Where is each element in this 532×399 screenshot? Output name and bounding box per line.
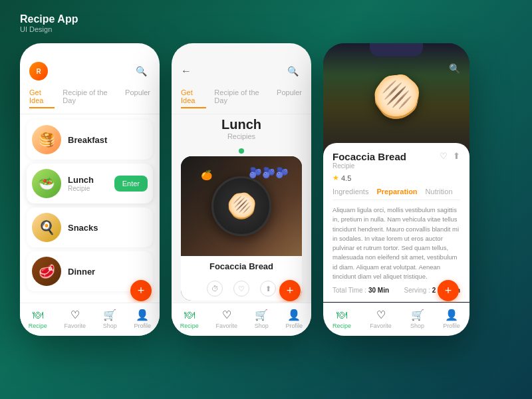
featured-food-image: 🫐🫐🫐 🍊 🫓 bbox=[181, 156, 302, 256]
phone1-bottom-nav: 🍽 Recipe ♡ Favorite 🛒 Shop 👤 Profile bbox=[20, 303, 160, 336]
phone2-nav-tabs: Get Idea Recipie of the Day Populer bbox=[172, 86, 311, 114]
dinner-info: Dinner bbox=[68, 267, 148, 277]
recipe-nav-label: Recipe bbox=[29, 323, 47, 329]
fav2-nav-icon: ♡ bbox=[222, 309, 231, 321]
favorite-nav-icon: ♡ bbox=[70, 309, 80, 321]
recipe-item-lunch[interactable]: 🥗 Lunch Recipie Enter bbox=[27, 164, 153, 203]
nav-shop-1[interactable]: 🛒 Shop bbox=[103, 309, 117, 329]
heart-action-btn[interactable]: ♡ bbox=[233, 281, 249, 297]
search-icon[interactable]: 🔍 bbox=[132, 62, 150, 80]
nav3-profile[interactable]: 👤 Profile bbox=[443, 309, 460, 329]
star-icon: ★ bbox=[332, 174, 339, 182]
nav2-profile[interactable]: 👤 Profile bbox=[286, 309, 303, 329]
nav3-shop[interactable]: 🛒 Shop bbox=[410, 309, 424, 329]
shop2-nav-label: Shop bbox=[255, 323, 269, 329]
recipe-detail-content: Focaccia Bread Recipie ♡ ⬆ ★ 4.5 Ingredi… bbox=[323, 143, 469, 302]
tab-popular[interactable]: Populer bbox=[125, 88, 150, 108]
phone-3: 🫓 🔍 Focaccia Bread Recipie ♡ ⬆ ★ 4.5 bbox=[323, 43, 469, 336]
serving-label: Serving : bbox=[404, 287, 432, 294]
shop-nav-icon: 🛒 bbox=[103, 309, 116, 321]
time-meta: Total Time : 30 Min bbox=[332, 287, 389, 294]
rating-value: 4.5 bbox=[341, 174, 351, 182]
tab2-recipe-day[interactable]: Recipie of the Day bbox=[214, 88, 269, 108]
fav3-nav-icon: ♡ bbox=[376, 309, 386, 321]
user-avatar[interactable]: R bbox=[29, 62, 48, 80]
time-action-btn[interactable]: ⏱ bbox=[207, 281, 223, 297]
section-subheading: Recipies bbox=[181, 132, 302, 140]
recipe-description: Aliquam ligula orci, mollis vestibulum s… bbox=[332, 205, 460, 281]
enter-button[interactable]: Enter bbox=[114, 176, 148, 192]
recipe-detail-sub: Recipie bbox=[332, 162, 406, 170]
tab2-get-idea[interactable]: Get Idea bbox=[181, 88, 206, 108]
time-value: 30 Min bbox=[368, 287, 389, 294]
recipe3-nav-icon: 🍽 bbox=[336, 309, 347, 321]
heart-detail-icon[interactable]: ♡ bbox=[440, 151, 448, 161]
profile-nav-label: Profile bbox=[134, 323, 152, 329]
breakfast-info: Breakfast bbox=[68, 135, 148, 145]
fav2-nav-label: Favorite bbox=[216, 323, 238, 329]
green-dot-indicator bbox=[239, 148, 244, 154]
phone-1: R 🔍 Get Idea Recipie of the Day Populer … bbox=[20, 43, 160, 336]
lunch-thumb: 🥗 bbox=[32, 169, 61, 198]
profile3-nav-label: Profile bbox=[443, 323, 460, 329]
recipe-item-snacks[interactable]: 🍳 Snacks bbox=[27, 207, 153, 247]
recipe-detail-name: Focaccia Bread bbox=[332, 151, 406, 162]
time-label: Total Time : bbox=[332, 287, 368, 294]
back-button[interactable]: ← bbox=[181, 65, 192, 77]
featured-card[interactable]: 🫐🫐🫐 🍊 🫓 Focaccia Bread ⏱ ♡ ⬆ bbox=[181, 156, 302, 301]
snacks-info: Snacks bbox=[68, 223, 148, 233]
search-icon-2[interactable]: 🔍 bbox=[283, 62, 302, 80]
nav-favorite-1[interactable]: ♡ Favorite bbox=[65, 309, 86, 329]
phone2-bottom-nav: 🍽 Recipe ♡ Favorite 🛒 Shop 👤 Profile bbox=[172, 303, 311, 336]
app-name: Recipe App bbox=[20, 13, 78, 25]
nav-profile-1[interactable]: 👤 Profile bbox=[134, 309, 152, 329]
tab2-popular[interactable]: Populer bbox=[277, 88, 302, 108]
fab-button-3[interactable]: + bbox=[438, 280, 459, 301]
food-pan-visual: 🫓 bbox=[211, 176, 271, 236]
share-detail-icon[interactable]: ⬆ bbox=[453, 151, 460, 161]
nav-recipe-1[interactable]: 🍽 Recipe bbox=[29, 309, 47, 329]
recipe-list: 🥞 Breakfast 🥗 Lunch Recipie Enter 🍳 Snac… bbox=[20, 114, 160, 301]
recipe-nav-icon: 🍽 bbox=[33, 309, 43, 321]
fav3-nav-label: Favorite bbox=[370, 323, 392, 329]
shop3-nav-label: Shop bbox=[410, 323, 424, 329]
phone-2: ← 🔍 Get Idea Recipie of the Day Populer … bbox=[172, 43, 311, 336]
share-action-btn[interactable]: ⬆ bbox=[260, 281, 276, 297]
app-title-block: Recipe App UI Design bbox=[20, 13, 78, 33]
recipe2-nav-icon: 🍽 bbox=[184, 309, 195, 321]
dinner-thumb: 🥩 bbox=[32, 257, 61, 286]
shop3-nav-icon: 🛒 bbox=[411, 309, 424, 321]
fab-button-2[interactable]: + bbox=[279, 280, 301, 301]
profile2-nav-label: Profile bbox=[286, 323, 303, 329]
orange-decoration: 🍊 bbox=[201, 170, 212, 180]
lunch-name: Lunch bbox=[68, 175, 108, 185]
nav3-recipe[interactable]: 🍽 Recipe bbox=[332, 309, 351, 329]
recipe-detail-image: 🫓 🔍 bbox=[323, 43, 469, 150]
nav2-shop[interactable]: 🛒 Shop bbox=[255, 309, 269, 329]
favorite-nav-label: Favorite bbox=[65, 323, 86, 329]
featured-card-label: Focaccia Bread bbox=[181, 256, 302, 277]
notch-3 bbox=[370, 43, 423, 57]
notch-2 bbox=[215, 43, 268, 57]
detail-search-icon[interactable]: 🔍 bbox=[449, 63, 460, 74]
phone2-section-title: Lunch Recipies bbox=[172, 114, 311, 146]
profile-nav-icon: 👤 bbox=[136, 309, 149, 321]
phone1-nav-tabs: Get Idea Recipie of the Day Populer bbox=[20, 86, 160, 114]
fab-button-1[interactable]: + bbox=[130, 280, 152, 301]
tab-get-idea[interactable]: Get Idea bbox=[29, 88, 55, 108]
tab-preparation[interactable]: Preparation bbox=[376, 188, 417, 196]
phones-container: R 🔍 Get Idea Recipie of the Day Populer … bbox=[20, 43, 512, 336]
detail-action-buttons: ♡ ⬆ bbox=[440, 151, 460, 161]
tab-nutrition[interactable]: Nutrition bbox=[426, 188, 453, 196]
breakfast-thumb: 🥞 bbox=[32, 125, 61, 154]
recipe-item-breakfast[interactable]: 🥞 Breakfast bbox=[27, 120, 153, 160]
nav2-recipe[interactable]: 🍽 Recipe bbox=[180, 309, 199, 329]
tab-ingredients[interactable]: Ingredients bbox=[332, 188, 368, 196]
detail-tabs: Ingredients Preparation Nutrition bbox=[332, 188, 460, 200]
tab-recipe-day[interactable]: Recipie of the Day bbox=[63, 88, 117, 108]
recipe-detail-header: Focaccia Bread Recipie ♡ ⬆ bbox=[332, 151, 460, 170]
recipe3-nav-label: Recipe bbox=[332, 323, 351, 329]
recipe-rating: ★ 4.5 bbox=[332, 174, 460, 182]
nav3-favorite[interactable]: ♡ Favorite bbox=[370, 309, 392, 329]
nav2-favorite[interactable]: ♡ Favorite bbox=[216, 309, 238, 329]
